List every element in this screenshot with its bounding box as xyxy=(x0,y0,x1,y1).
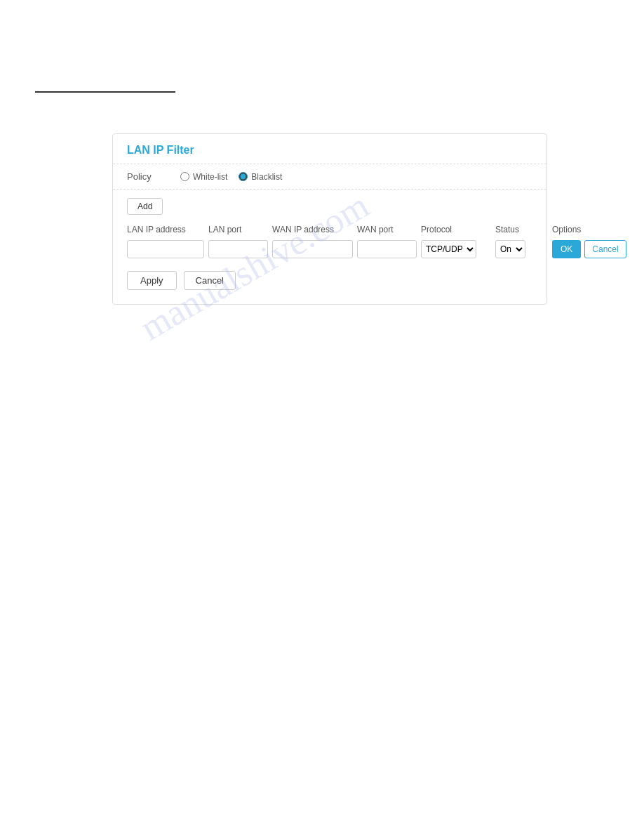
cancel-inline-button[interactable]: Cancel xyxy=(584,240,626,258)
whitelist-option[interactable]: White-list xyxy=(180,172,227,182)
whitelist-label: White-list xyxy=(193,172,227,182)
protocol-select-wrap: TCP/UDP TCP UDP xyxy=(421,240,491,258)
table-header: LAN IP address LAN port WAN IP address W… xyxy=(113,220,546,237)
wan-ip-input[interactable] xyxy=(272,240,353,258)
col-wan-port: WAN port xyxy=(357,225,417,234)
status-select-wrap: On Off xyxy=(495,240,548,258)
add-button[interactable]: Add xyxy=(127,198,163,215)
blacklist-option[interactable]: Blacklist xyxy=(239,172,282,182)
ok-button[interactable]: OK xyxy=(552,240,581,258)
wan-port-input[interactable] xyxy=(357,240,417,258)
lan-port-input[interactable] xyxy=(208,240,268,258)
col-protocol: Protocol xyxy=(421,225,491,234)
policy-label: Policy xyxy=(127,171,169,182)
status-select[interactable]: On Off xyxy=(495,240,525,258)
col-lan-ip: LAN IP address xyxy=(127,225,204,234)
bottom-buttons: Apply Cancel xyxy=(113,264,546,290)
options-cell: OK Cancel xyxy=(552,240,643,258)
panel-title: LAN IP Filter xyxy=(113,134,546,164)
policy-radio-group: White-list Blacklist xyxy=(180,172,282,182)
table-row: TCP/UDP TCP UDP On Off OK Cancel xyxy=(113,237,546,264)
lan-ip-filter-panel: LAN IP Filter Policy White-list Blacklis… xyxy=(112,133,547,305)
policy-row: Policy White-list Blacklist xyxy=(113,164,546,190)
blacklist-radio[interactable] xyxy=(239,172,248,181)
add-section: Add xyxy=(113,190,546,220)
col-lan-port: LAN port xyxy=(208,225,268,234)
col-wan-ip: WAN IP address xyxy=(272,225,353,234)
protocol-select[interactable]: TCP/UDP TCP UDP xyxy=(421,240,476,258)
top-divider xyxy=(35,91,175,93)
lan-ip-input[interactable] xyxy=(127,240,204,258)
col-options: Options xyxy=(552,225,643,234)
blacklist-label: Blacklist xyxy=(251,172,282,182)
cancel-button[interactable]: Cancel xyxy=(184,271,236,290)
apply-button[interactable]: Apply xyxy=(127,271,177,290)
whitelist-radio[interactable] xyxy=(180,172,189,181)
col-status: Status xyxy=(495,225,548,234)
